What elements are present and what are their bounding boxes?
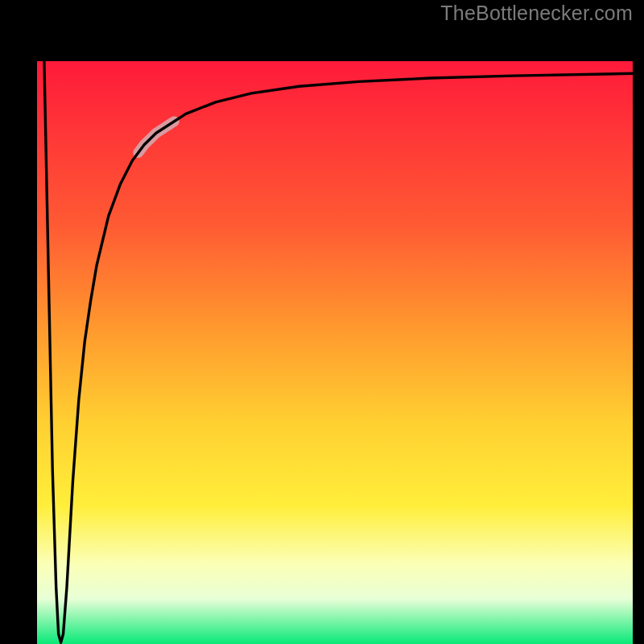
chart-plot bbox=[37, 61, 633, 644]
gradient-background bbox=[37, 61, 633, 644]
chart-frame bbox=[13, 26, 631, 631]
watermark-text: TheBottlenecker.com bbox=[440, 2, 633, 25]
